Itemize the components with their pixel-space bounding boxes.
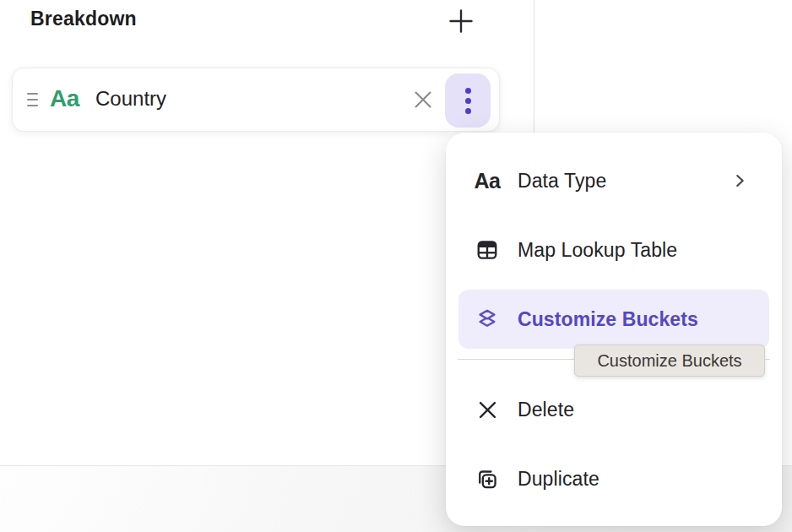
menu-item-label: Duplicate (518, 468, 599, 491)
text-type-icon: Aa (475, 169, 499, 193)
copy-plus-icon (475, 467, 499, 491)
field-options-button[interactable] (445, 73, 491, 128)
close-icon (412, 89, 434, 111)
menu-item-label: Delete (518, 399, 574, 421)
tooltip: Customize Buckets (574, 345, 765, 377)
menu-item-label: Map Lookup Table (518, 239, 677, 262)
menu-item-label: Customize Buckets (518, 308, 698, 331)
chevron-right-icon (730, 171, 749, 190)
breakdown-field-card: Aa Country (12, 68, 500, 132)
page-title: Breakdown (30, 8, 137, 30)
remove-field-button[interactable] (410, 87, 436, 112)
drag-handle-icon[interactable] (27, 93, 38, 106)
field-type-icon: Aa (50, 85, 79, 112)
menu-item-map-lookup-table[interactable]: Map Lookup Table (458, 220, 769, 280)
x-icon (475, 398, 499, 421)
plus-icon (448, 8, 475, 35)
menu-item-data-type[interactable]: Aa Data Type (458, 151, 769, 210)
field-context-menu: Aa Data Type Map Lookup Table Customize (446, 133, 782, 526)
stack-icon (475, 307, 499, 331)
menu-item-delete[interactable]: Delete (458, 380, 769, 439)
add-breakdown-button[interactable] (447, 7, 475, 35)
kebab-menu-icon (465, 88, 471, 114)
field-name: Country (95, 87, 166, 111)
menu-item-duplicate[interactable]: Duplicate (458, 449, 769, 508)
table-icon (475, 238, 499, 262)
menu-item-customize-buckets[interactable]: Customize Buckets (458, 290, 769, 349)
menu-item-label: Data Type (518, 170, 606, 193)
